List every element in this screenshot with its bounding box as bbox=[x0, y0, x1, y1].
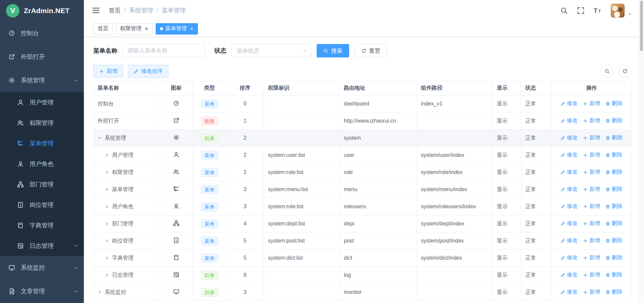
font-size-icon[interactable]: TT bbox=[594, 7, 601, 14]
close-icon[interactable] bbox=[145, 27, 148, 31]
sidebar-item-label: 字典管理 bbox=[30, 221, 78, 229]
row-delete-link[interactable]: 删除 bbox=[605, 271, 623, 278]
breadcrumb-item[interactable]: 菜单管理 bbox=[162, 6, 186, 14]
tab-role[interactable]: 权限管理 bbox=[116, 23, 153, 35]
cell-status: 正常 bbox=[521, 95, 552, 113]
row-delete-link[interactable]: 删除 bbox=[605, 186, 623, 193]
avatar[interactable] bbox=[610, 3, 625, 18]
fullscreen-icon[interactable] bbox=[577, 7, 585, 14]
row-delete-link[interactable]: 删除 bbox=[605, 100, 623, 107]
table-row: 系统管理目录2system显示正常修改新增删除 bbox=[94, 130, 632, 147]
row-add-link[interactable]: 新增 bbox=[583, 237, 600, 244]
chevron-right-icon[interactable] bbox=[105, 222, 112, 226]
sidebar-item-menu[interactable]: 菜单管理 bbox=[0, 133, 84, 154]
sidebar-item-dashboard[interactable]: 控制台 bbox=[0, 21, 84, 45]
cell-status: 正常 bbox=[521, 215, 552, 232]
row-edit-link[interactable]: 修改 bbox=[560, 254, 578, 261]
row-add-link[interactable]: 新增 bbox=[583, 220, 600, 227]
breadcrumb-item[interactable]: 系统管理 bbox=[129, 6, 153, 14]
chevron-right-icon[interactable] bbox=[98, 290, 105, 294]
sidebar: V ZrAdmin.NET 控制台外部打开系统管理用户管理权限管理菜单管理用户角… bbox=[0, 0, 84, 303]
row-edit-link[interactable]: 修改 bbox=[560, 169, 578, 176]
row-edit-link[interactable]: 修改 bbox=[560, 271, 578, 278]
row-delete-link[interactable]: 删除 bbox=[605, 289, 623, 296]
row-delete-link[interactable]: 删除 bbox=[605, 237, 623, 244]
sidebar-item-external[interactable]: 外部打开 bbox=[0, 45, 84, 69]
cell-component: system/dict/index bbox=[417, 250, 493, 267]
menu-name-input[interactable] bbox=[122, 44, 205, 57]
chevron-right-icon[interactable] bbox=[105, 187, 112, 191]
refresh-table-button[interactable] bbox=[619, 65, 631, 78]
sidebar-item-monitor[interactable]: 系统监控 bbox=[0, 256, 84, 279]
chevron-right-icon[interactable] bbox=[105, 170, 112, 174]
chevron-right-icon[interactable] bbox=[105, 205, 112, 209]
app-logo[interactable]: V ZrAdmin.NET bbox=[0, 0, 84, 21]
row-delete-link[interactable]: 删除 bbox=[605, 254, 623, 261]
status-select[interactable]: 菜单状态 bbox=[231, 44, 311, 57]
row-add-link[interactable]: 新增 bbox=[583, 254, 600, 261]
row-edit-link[interactable]: 修改 bbox=[560, 289, 578, 296]
sidebar-item-article[interactable]: 文章管理 bbox=[0, 279, 84, 303]
cell-name: 系统管理 bbox=[94, 130, 160, 147]
chevron-down-icon[interactable] bbox=[98, 136, 105, 140]
toggle-search-button[interactable] bbox=[601, 65, 613, 78]
row-edit-link[interactable]: 修改 bbox=[560, 220, 578, 227]
sidebar-item-log[interactable]: 日志管理 bbox=[0, 235, 84, 256]
cell-operations: 修改新增删除 bbox=[552, 181, 632, 198]
sidebar-item-dept[interactable]: 部门管理 bbox=[0, 174, 84, 194]
close-icon[interactable] bbox=[190, 27, 194, 31]
row-edit-link[interactable]: 修改 bbox=[560, 134, 578, 141]
row-edit-link[interactable]: 修改 bbox=[560, 237, 578, 244]
row-delete-link[interactable]: 删除 bbox=[605, 203, 623, 210]
edit-sort-button[interactable]: 修改排序 bbox=[128, 65, 168, 78]
row-edit-link[interactable]: 修改 bbox=[560, 186, 578, 193]
row-delete-link[interactable]: 删除 bbox=[605, 169, 623, 176]
row-add-link[interactable]: 新增 bbox=[583, 134, 600, 141]
row-action-label: 删除 bbox=[612, 289, 623, 296]
scrollbar-thumb[interactable] bbox=[640, 1, 643, 51]
row-action-label: 删除 bbox=[612, 254, 623, 261]
user-menu[interactable] bbox=[610, 3, 632, 18]
row-action-label: 修改 bbox=[567, 237, 578, 244]
chevron-right-icon[interactable] bbox=[105, 273, 112, 277]
breadcrumb-item[interactable]: 首页 bbox=[109, 6, 121, 14]
row-delete-link[interactable]: 删除 bbox=[605, 134, 623, 141]
chevron-right-icon[interactable] bbox=[105, 153, 112, 157]
row-add-link[interactable]: 新增 bbox=[583, 117, 600, 124]
reset-button[interactable]: 重置 bbox=[355, 44, 387, 57]
row-delete-link[interactable]: 删除 bbox=[605, 220, 623, 227]
row-add-link[interactable]: 新增 bbox=[583, 186, 600, 193]
tab-home[interactable]: 首页 bbox=[93, 23, 113, 35]
chevron-right-icon[interactable] bbox=[105, 239, 112, 243]
row-edit-link[interactable]: 修改 bbox=[560, 117, 578, 124]
cell-sort: 1 bbox=[226, 113, 264, 130]
row-add-link[interactable]: 新增 bbox=[583, 100, 600, 107]
add-button[interactable]: 新增 bbox=[93, 65, 123, 78]
table-row: 外部打开链接1http://www.izhaorui.cn显示正常修改新增删除 bbox=[94, 113, 632, 130]
row-add-link[interactable]: 新增 bbox=[583, 271, 600, 278]
sidebar-item-post[interactable]: 岗位管理 bbox=[0, 194, 84, 215]
row-add-link[interactable]: 新增 bbox=[583, 203, 600, 210]
row-edit-link[interactable]: 修改 bbox=[560, 203, 578, 210]
row-delete-link[interactable]: 删除 bbox=[605, 152, 623, 159]
search-button[interactable]: 搜索 bbox=[317, 44, 349, 57]
row-add-link[interactable]: 新增 bbox=[583, 169, 600, 176]
row-add-link[interactable]: 新增 bbox=[583, 152, 600, 159]
tab-menu[interactable]: 菜单管理 bbox=[156, 23, 198, 35]
hamburger-icon[interactable] bbox=[92, 6, 100, 14]
row-edit-link[interactable]: 修改 bbox=[560, 152, 578, 159]
cell-sort: 2 bbox=[226, 147, 264, 164]
sidebar-item-roleusers[interactable]: 用户角色 bbox=[0, 154, 84, 174]
chevron-right-icon[interactable] bbox=[105, 256, 112, 260]
sidebar-item-dict[interactable]: 字典管理 bbox=[0, 215, 84, 235]
sidebar-item-user[interactable]: 用户管理 bbox=[0, 92, 84, 113]
sidebar-item-role[interactable]: 权限管理 bbox=[0, 113, 84, 133]
search-icon[interactable] bbox=[560, 7, 568, 14]
page-scrollbar[interactable] bbox=[639, 0, 644, 303]
dashboard-icon bbox=[8, 30, 15, 37]
row-add-link[interactable]: 新增 bbox=[583, 289, 600, 296]
cell-route: roleusers bbox=[340, 198, 417, 215]
row-edit-link[interactable]: 修改 bbox=[560, 100, 578, 107]
sidebar-item-system[interactable]: 系统管理 bbox=[0, 69, 84, 92]
row-delete-link[interactable]: 删除 bbox=[605, 117, 623, 124]
